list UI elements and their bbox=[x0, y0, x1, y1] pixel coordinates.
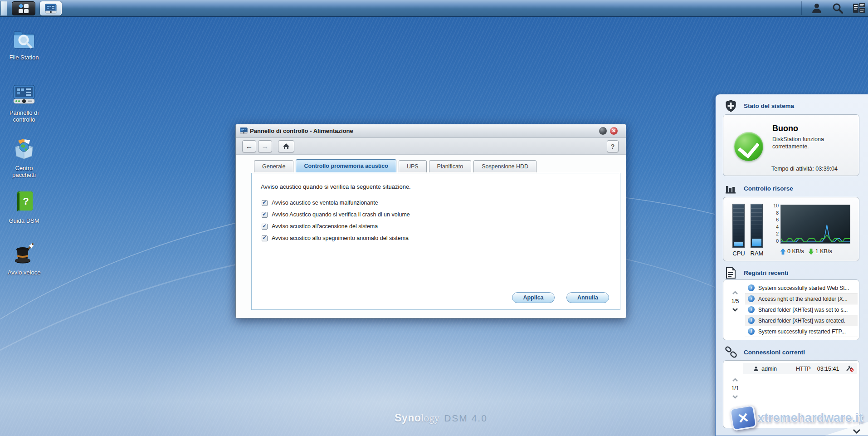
main-menu-button[interactable] bbox=[12, 1, 35, 15]
desktop-icon-label: Avvio veloce bbox=[0, 269, 48, 276]
tab-panel: Avviso acustico quando si verifica la se… bbox=[251, 173, 620, 310]
connection-row[interactable]: adminHTTP03:15:41 bbox=[743, 363, 857, 374]
cancel-button[interactable]: Annulla bbox=[566, 292, 609, 303]
uptime-label: Tempo di attività: 03:39:04 bbox=[771, 166, 838, 172]
connection-user: admin bbox=[761, 366, 777, 372]
window-title-icon bbox=[240, 127, 248, 134]
control-panel-task-button[interactable] bbox=[40, 1, 62, 15]
section-title: Registri recenti bbox=[744, 269, 788, 276]
connection-protocol: HTTP bbox=[796, 366, 811, 372]
taskbar-tray bbox=[801, 0, 865, 16]
desktop-icon-avvio-veloce[interactable]: Avvio veloce bbox=[0, 241, 48, 276]
cpu-gauge[interactable] bbox=[732, 204, 745, 248]
user-icon[interactable] bbox=[811, 2, 823, 14]
status-label: Buono bbox=[772, 124, 798, 133]
brand-syno: Syno bbox=[395, 412, 421, 424]
logs-page-indicator: 1/5 bbox=[726, 298, 744, 304]
connection-time: 03:15:41 bbox=[817, 366, 839, 372]
search-icon[interactable] bbox=[832, 2, 844, 14]
minimize-button[interactable] bbox=[599, 127, 607, 135]
tab-sospensione-hdd[interactable]: Sospensione HDD bbox=[473, 160, 536, 172]
log-row[interactable]: iAccess right of the shared folder [X... bbox=[745, 294, 858, 304]
sidebar-collapse-icon[interactable] bbox=[853, 429, 861, 434]
log-text: System successfully started Web St... bbox=[758, 285, 849, 291]
checkbox-row: Avviso acustico all'accensione del siste… bbox=[262, 220, 410, 232]
connections-page-indicator: 1/1 bbox=[726, 385, 744, 392]
connections-header: Connessioni correnti bbox=[716, 345, 868, 361]
package-center-icon bbox=[12, 137, 36, 162]
network-chart-lines bbox=[781, 225, 850, 242]
home-icon bbox=[283, 143, 290, 150]
show-desktop-button[interactable] bbox=[0, 1, 7, 16]
log-text: System successfully restarted FTP... bbox=[758, 328, 846, 335]
desktop-icon-centro-pacchetti[interactable]: Centro pacchetti bbox=[0, 137, 48, 178]
help-button[interactable]: ? bbox=[607, 140, 619, 152]
back-button[interactable]: ← bbox=[242, 140, 256, 152]
control-panel-icon bbox=[12, 82, 36, 106]
cpu-label: CPU bbox=[732, 250, 746, 257]
pilot-view-icon[interactable] bbox=[853, 3, 865, 14]
desktop-icon-label: Guida DSM bbox=[0, 217, 48, 224]
checkbox-row: Avviso Acustico quando si verifica il cr… bbox=[262, 209, 410, 220]
tab-ups[interactable]: UPS bbox=[399, 160, 427, 172]
page-up-icon[interactable] bbox=[732, 378, 738, 382]
log-row[interactable]: iSystem successfully started Web St... bbox=[745, 283, 858, 294]
tray-divider bbox=[801, 1, 802, 15]
checkbox[interactable] bbox=[262, 200, 268, 206]
taskbar bbox=[0, 0, 868, 17]
tab-generale[interactable]: Generale bbox=[254, 160, 293, 172]
disconnect-icon[interactable] bbox=[846, 365, 853, 372]
checkbox[interactable] bbox=[262, 235, 268, 241]
page-down-icon[interactable] bbox=[732, 308, 738, 312]
desktop-icon-label: File Station bbox=[0, 54, 48, 61]
widget-sidebar: Stato del sistema Buono DiskStation funz… bbox=[715, 94, 868, 436]
checkbox[interactable] bbox=[262, 212, 268, 218]
checkbox-label: Avviso Acustico quando si verifica il cr… bbox=[272, 211, 410, 218]
checkbox-row: Avviso acustico se ventola malfunzionant… bbox=[262, 197, 410, 209]
info-icon: i bbox=[748, 295, 755, 302]
log-row[interactable]: iShared folder [XHTest] was created. bbox=[745, 315, 858, 326]
main-menu-icon bbox=[17, 3, 30, 14]
info-icon: i bbox=[748, 328, 755, 335]
ram-gauge[interactable] bbox=[751, 204, 763, 248]
svg-text:?: ? bbox=[23, 196, 29, 207]
desktop-icon-file-station[interactable]: File Station bbox=[0, 26, 48, 61]
desktop-icon-guida-dsm[interactable]: ? Guida DSM bbox=[0, 190, 48, 224]
log-text: Shared folder [XHTest] was set to s... bbox=[758, 307, 848, 313]
dialog-buttons: Applica Annulla bbox=[512, 292, 609, 303]
dsm-branding: SynologyDSM 4.0 bbox=[395, 412, 488, 424]
log-row[interactable]: iSystem successfully restarted FTP... bbox=[745, 326, 858, 337]
page-down-icon[interactable] bbox=[732, 395, 738, 399]
download-value: 1 KB/s bbox=[815, 248, 832, 255]
home-button[interactable] bbox=[278, 140, 294, 152]
upload-value: 0 KB/s bbox=[787, 248, 804, 255]
chain-link-icon bbox=[725, 346, 737, 359]
page-up-icon[interactable] bbox=[732, 291, 738, 295]
window-titlebar[interactable]: Pannello di controllo - Alimentazione ✕ bbox=[236, 124, 626, 138]
section-title: Controllo risorse bbox=[744, 185, 793, 192]
window-title: Pannello di controllo - Alimentazione bbox=[250, 127, 353, 134]
control-panel-icon bbox=[45, 4, 57, 14]
checkbox-label: Avviso acustico se ventola malfunzionant… bbox=[272, 200, 378, 206]
desktop-icon-pannello-di-controllo[interactable]: Pannello di controllo bbox=[0, 82, 48, 123]
brand-logy: logy bbox=[421, 412, 439, 424]
close-button[interactable]: ✕ bbox=[610, 127, 618, 135]
tab-pianificato[interactable]: Pianificato bbox=[429, 160, 472, 172]
dialog-tabs: GeneraleControllo promemoria acusticoUPS… bbox=[254, 160, 536, 172]
checkbox-list: Avviso acustico se ventola malfunzionant… bbox=[262, 197, 410, 244]
recent-logs-box: 1/5 iSystem successfully started Web St.… bbox=[723, 279, 859, 340]
desktop-icon-label: Centro pacchetti bbox=[3, 165, 45, 178]
forward-button[interactable]: → bbox=[258, 140, 272, 152]
tab-controllo-promemoria-acustico[interactable]: Controllo promemoria acustico bbox=[296, 159, 396, 172]
info-icon: i bbox=[748, 306, 755, 313]
log-text: Shared folder [XHTest] was created. bbox=[758, 318, 845, 324]
resource-monitor-header: Controllo risorse bbox=[716, 181, 868, 197]
checkbox[interactable] bbox=[262, 224, 268, 230]
log-row[interactable]: iShared folder [XHTest] was set to s... bbox=[745, 304, 858, 315]
apply-button[interactable]: Applica bbox=[512, 292, 555, 303]
logs-pager: 1/5 bbox=[726, 291, 744, 312]
log-list: iSystem successfully started Web St...iA… bbox=[745, 283, 858, 337]
network-chart[interactable] bbox=[780, 205, 850, 244]
checkbox-row: Avviso acustico allo spegnimento anomalo… bbox=[262, 232, 410, 244]
connections-pager: 1/1 bbox=[726, 378, 744, 399]
